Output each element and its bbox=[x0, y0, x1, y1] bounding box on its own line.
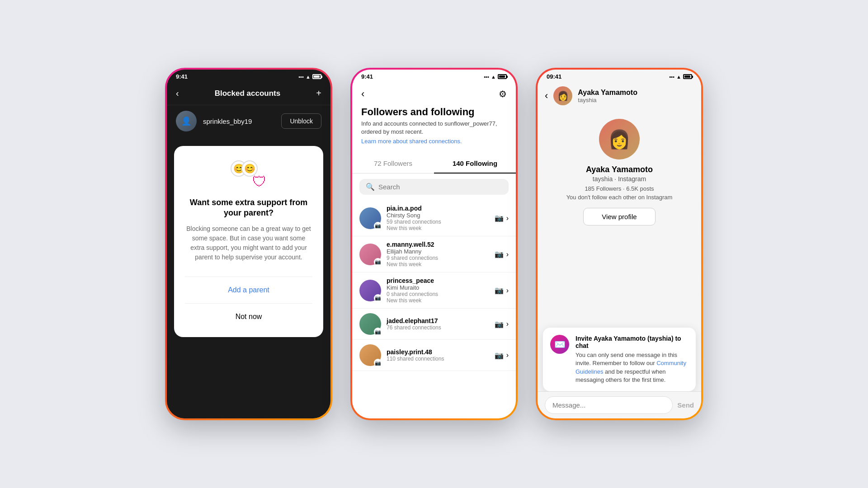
list-item[interactable]: 📷 paisley.print.48 110 shared connection… bbox=[352, 340, 516, 371]
profile-avatar-large: 👩 bbox=[599, 119, 640, 160]
learn-more-link[interactable]: Learn more about shared connections. bbox=[361, 138, 462, 145]
follow-username: pia.in.a.pod bbox=[387, 205, 489, 212]
chevron-right-icon[interactable]: › bbox=[506, 250, 509, 258]
list-item[interactable]: 📷 e.manny.well.52 Ellijah Manny 9 shared… bbox=[352, 236, 516, 272]
ig-badge: 📷 bbox=[374, 258, 382, 266]
follow-shared: 110 shared connections bbox=[387, 356, 489, 362]
profile-handle-platform: tayshia · Instagram bbox=[593, 175, 646, 183]
chat-area bbox=[538, 233, 701, 328]
follow-username: paisley.print.48 bbox=[387, 348, 489, 356]
blocked-user-avatar: 👤 bbox=[176, 111, 197, 131]
follow-shared: 9 shared connections bbox=[387, 255, 489, 261]
instagram-icon: 📷 bbox=[495, 250, 504, 258]
list-item[interactable]: 📷 jaded.elephant17 76 shared connections… bbox=[352, 309, 516, 340]
phone-2-status-icons: ▪▪▪ ▲ bbox=[484, 74, 507, 80]
card-description: Blocking someone can be a great way to g… bbox=[185, 224, 312, 262]
search-icon: 🔍 bbox=[366, 183, 375, 191]
not-now-button[interactable]: Not now bbox=[232, 309, 266, 324]
settings-button[interactable]: ⚙ bbox=[499, 89, 507, 99]
phone-1-content: ‹ Blocked accounts + 👤 sprinkles_bby19 U… bbox=[167, 82, 330, 418]
phone-1-time: 9:41 bbox=[176, 73, 188, 80]
phone-2-time: 9:41 bbox=[361, 73, 373, 80]
follow-avatar-container: 📷 bbox=[359, 280, 381, 301]
phone-1-status-bar: 9:41 ▪▪▪ ▲ bbox=[167, 70, 330, 82]
chevron-right-icon[interactable]: › bbox=[506, 286, 509, 295]
battery-icon bbox=[683, 74, 692, 79]
battery-icon bbox=[498, 74, 507, 79]
send-button[interactable]: Send bbox=[677, 401, 694, 409]
message-input[interactable] bbox=[545, 396, 673, 414]
shield-icon: 🛡 bbox=[252, 174, 267, 190]
signal-icon: ▪▪▪ bbox=[484, 74, 489, 80]
page-subtitle: Info and accounts connected to sunflower… bbox=[352, 120, 516, 136]
instagram-icon: 📷 bbox=[495, 214, 504, 222]
header-handle: tayshia bbox=[578, 97, 694, 103]
avatar-icon: 👤 bbox=[181, 116, 191, 126]
follow-shared: 76 shared connections bbox=[387, 324, 489, 331]
tab-following[interactable]: 140 Following bbox=[434, 154, 516, 174]
invite-toast-card: ✉️ Invite Ayaka Yamamoto (tayshia) to ch… bbox=[543, 328, 696, 391]
phone-3-status-bar: 09:41 ▪▪▪ ▲ bbox=[538, 70, 701, 82]
toast-description: You can only send one message in this in… bbox=[576, 351, 689, 384]
view-profile-button[interactable]: View profile bbox=[583, 208, 655, 225]
back-button[interactable]: ‹ bbox=[545, 90, 548, 102]
instagram-icon: 📷 bbox=[495, 320, 504, 328]
followers-following-header: ‹ ⚙ bbox=[352, 82, 516, 106]
follow-info: e.manny.well.52 Ellijah Manny 9 shared c… bbox=[387, 241, 489, 267]
page-title-large: Followers and following bbox=[352, 106, 516, 118]
follow-avatar-container: 📷 bbox=[359, 344, 381, 366]
profile-main: 👩 Ayaka Yamamoto tayshia · Instagram 185… bbox=[538, 110, 701, 233]
message-input-bar: Send bbox=[538, 391, 701, 418]
follow-actions: 📷 › bbox=[495, 351, 509, 360]
back-button[interactable]: ‹ bbox=[361, 88, 364, 100]
follow-username: jaded.elephant17 bbox=[387, 317, 489, 324]
follow-name: Chirsty Song bbox=[387, 212, 489, 219]
blocked-accounts-header: ‹ Blocked accounts + bbox=[167, 82, 330, 105]
follow-info: princess_peace Kimi Muraito 0 shared con… bbox=[387, 277, 489, 304]
ig-badge: 📷 bbox=[374, 359, 382, 367]
follow-actions: 📷 › bbox=[495, 320, 509, 328]
wifi-icon: ▲ bbox=[676, 74, 681, 80]
parent-support-card: 😊 😊 🛡 Want some extra support from your … bbox=[174, 146, 323, 337]
list-item[interactable]: 📷 princess_peace Kimi Muraito 0 shared c… bbox=[352, 272, 516, 309]
signal-icon: ▪▪▪ bbox=[298, 74, 304, 80]
chevron-right-icon[interactable]: › bbox=[506, 351, 509, 359]
phone-3-screen: 09:41 ▪▪▪ ▲ ‹ 👩 Ayaka Yamamoto tayshia bbox=[538, 70, 701, 418]
add-button[interactable]: + bbox=[316, 88, 321, 99]
chevron-right-icon[interactable]: › bbox=[506, 214, 509, 222]
wifi-icon: ▲ bbox=[306, 74, 311, 80]
follow-info: pia.in.a.pod Chirsty Song 59 shared conn… bbox=[387, 205, 489, 231]
list-item[interactable]: 📷 pia.in.a.pod Chirsty Song 59 shared co… bbox=[352, 200, 516, 236]
toast-title: Invite Ayaka Yamamoto (tayshia) to chat bbox=[576, 335, 689, 349]
card-divider-2 bbox=[185, 303, 312, 304]
card-title: Want some extra support from your parent… bbox=[185, 197, 312, 219]
follow-info: jaded.elephant17 76 shared connections bbox=[387, 317, 489, 331]
add-parent-button[interactable]: Add a parent bbox=[224, 282, 273, 298]
ig-badge: 📷 bbox=[374, 222, 382, 230]
phone-3-content: ‹ 👩 Ayaka Yamamoto tayshia 👩 Ayaka Yamam… bbox=[538, 82, 701, 418]
search-input[interactable] bbox=[378, 183, 502, 191]
invite-icon: ✉️ bbox=[550, 335, 569, 354]
follow-avatar-container: 📷 bbox=[359, 244, 381, 265]
back-button[interactable]: ‹ bbox=[176, 88, 179, 99]
profile-full-name: Ayaka Yamamoto bbox=[586, 165, 653, 174]
chat-profile-header: ‹ 👩 Ayaka Yamamoto tayshia bbox=[538, 82, 701, 110]
search-bar[interactable]: 🔍 bbox=[359, 179, 509, 195]
follow-avatar-container: 📷 bbox=[359, 207, 381, 229]
phone-2: 9:41 ▪▪▪ ▲ ‹ ⚙ Followers and following I… bbox=[350, 68, 518, 420]
card-icon-area: 😊 😊 🛡 bbox=[231, 159, 267, 190]
tab-followers[interactable]: 72 Followers bbox=[352, 154, 434, 174]
chevron-right-icon[interactable]: › bbox=[506, 320, 509, 328]
phone-3-time: 09:41 bbox=[547, 73, 561, 80]
follow-actions: 📷 › bbox=[495, 214, 509, 222]
blocked-username: sprinkles_bby19 bbox=[203, 117, 275, 125]
instagram-icon: 📷 bbox=[495, 351, 504, 360]
battery-icon bbox=[312, 74, 321, 79]
profile-follow-status: You don't follow each other on Instagram bbox=[566, 194, 673, 201]
follow-shared: 0 shared connections bbox=[387, 291, 489, 297]
follow-info: paisley.print.48 110 shared connections bbox=[387, 348, 489, 362]
unblock-button[interactable]: Unblock bbox=[281, 113, 321, 129]
profile-stats: 185 Followers · 6.5K posts bbox=[585, 185, 654, 192]
phones-container: 9:41 ▪▪▪ ▲ ‹ Blocked accounts + bbox=[165, 68, 703, 420]
tabs-row: 72 Followers 140 Following bbox=[352, 154, 516, 174]
